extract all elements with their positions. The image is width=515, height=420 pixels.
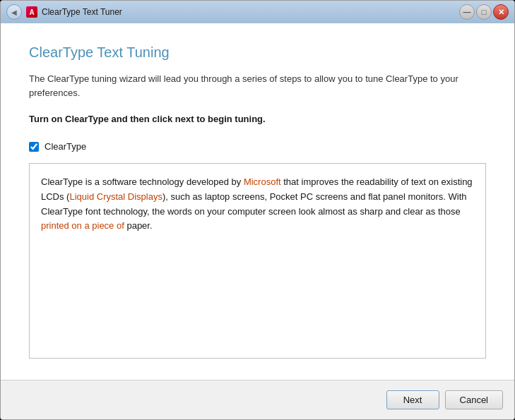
desc-part1: ClearType is a software technology devel…	[41, 176, 244, 187]
desc-highlight2: Liquid Crystal Displays	[69, 191, 162, 202]
maximize-button[interactable]: □	[476, 4, 492, 20]
back-icon: ◀	[11, 8, 17, 16]
minimize-button[interactable]: —	[459, 4, 475, 20]
cleartype-checkbox-label[interactable]: ClearType	[45, 141, 86, 152]
desc-highlight1: Microsoft	[244, 176, 281, 187]
app-icon: A	[26, 6, 37, 18]
cleartype-checkbox[interactable]	[29, 142, 39, 152]
content-area: ClearType Text Tuning The ClearType tuni…	[1, 23, 514, 380]
description-text: ClearType is a software technology devel…	[41, 176, 473, 231]
window-controls: — □ ✕	[459, 4, 509, 20]
desc-highlight3: printed on a piece of	[41, 220, 124, 231]
description-box: ClearType is a software technology devel…	[29, 163, 486, 359]
title-bar-left: ◀ A ClearType Text Tuner	[6, 4, 122, 20]
cancel-button[interactable]: Cancel	[445, 390, 503, 409]
close-icon: ✕	[498, 8, 504, 17]
desc-part4: paper.	[124, 220, 153, 231]
intro-text: The ClearType tuning wizard will lead yo…	[29, 72, 486, 100]
next-button[interactable]: Next	[386, 390, 439, 409]
bottom-bar: Next Cancel	[1, 380, 514, 419]
page-title: ClearType Text Tuning	[29, 44, 486, 61]
back-button[interactable]: ◀	[6, 4, 22, 20]
instruction-text: Turn on ClearType and then click next to…	[29, 114, 486, 124]
minimize-icon: —	[463, 8, 471, 16]
main-window: ◀ A ClearType Text Tuner — □ ✕ ClearType…	[0, 0, 515, 420]
close-button[interactable]: ✕	[493, 4, 509, 20]
window-title: ClearType Text Tuner	[42, 7, 122, 17]
title-bar: ◀ A ClearType Text Tuner — □ ✕	[1, 1, 514, 23]
maximize-icon: □	[482, 8, 487, 16]
cleartype-checkbox-row: ClearType	[29, 141, 486, 152]
